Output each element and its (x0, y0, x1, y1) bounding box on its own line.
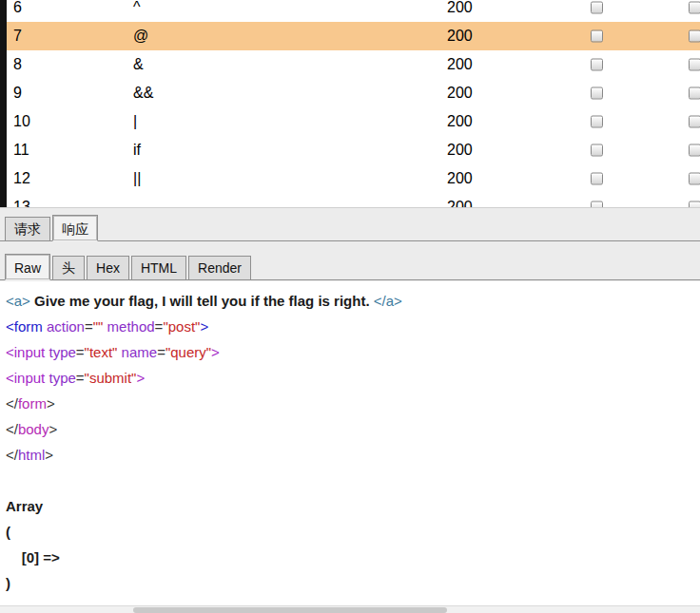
response-line: Array (6, 493, 700, 519)
request-number-cell: 8 (13, 56, 22, 73)
row-checkbox-2[interactable] (689, 87, 700, 100)
code-token: method (107, 318, 155, 335)
payload-cell: || (133, 170, 141, 187)
status-cell: 200 (447, 28, 473, 45)
code-token: Array (6, 498, 43, 514)
response-line (6, 468, 700, 493)
table-row[interactable]: 13200 (0, 193, 700, 207)
code-token: "" (93, 318, 104, 335)
response-line: <input type="submit"> (6, 365, 700, 391)
primary-tab-strip: 请求响应 (0, 208, 700, 241)
row-checkbox-1[interactable] (591, 144, 603, 157)
code-token: <a> (6, 293, 30, 309)
status-cell: 200 (447, 0, 473, 16)
request-number-cell: 12 (13, 170, 30, 187)
response-line: </body> (6, 416, 700, 442)
code-token: = (76, 370, 85, 386)
response-body: <a> Give me your flag, I will tell you i… (0, 281, 700, 605)
row-checkbox-2[interactable] (689, 116, 700, 128)
response-line: ( (6, 519, 700, 545)
view-mode-tab[interactable]: 头 (52, 256, 85, 279)
row-checkbox-2[interactable] (689, 173, 700, 185)
response-line: <a> Give me your flag, I will tell you i… (6, 288, 700, 314)
table-row[interactable]: 11if200 (0, 136, 700, 164)
row-checkbox-1[interactable] (591, 59, 603, 71)
horizontal-scrollbar[interactable] (0, 605, 700, 613)
table-row[interactable]: 6^200 (0, 0, 700, 22)
status-cell: 200 (447, 56, 473, 73)
row-checkbox-2[interactable] (689, 30, 700, 43)
code-token: <input (6, 344, 45, 360)
table-row[interactable]: 12||200 (0, 164, 700, 193)
row-checkbox-1[interactable] (591, 116, 603, 128)
code-token: = (157, 344, 165, 360)
request-number-cell: 9 (13, 85, 22, 102)
code-token: form (18, 395, 47, 412)
response-line: </form> (6, 391, 700, 416)
code-token: <input (6, 370, 45, 386)
row-checkbox-2[interactable] (689, 144, 700, 157)
request-response-tab[interactable]: 请求 (5, 217, 50, 240)
status-cell: 200 (447, 113, 473, 130)
request-number-cell: 6 (13, 0, 22, 16)
code-token: html (18, 447, 45, 463)
request-response-tab[interactable]: 响应 (52, 215, 98, 241)
code-token: </a> (374, 293, 402, 309)
table-row[interactable]: 8&200 (0, 50, 700, 79)
code-token: [0] => (6, 549, 60, 565)
secondary-tab-strip: Raw头HexHTMLRender (0, 244, 700, 280)
code-token: body (18, 421, 49, 437)
view-mode-tab[interactable]: Render (188, 256, 251, 279)
code-token: > (200, 318, 208, 335)
response-line: <input type="text" name="query"> (6, 339, 700, 365)
code-token: "post" (163, 318, 200, 335)
payload-cell: && (133, 85, 153, 102)
code-token: action (47, 318, 85, 335)
view-mode-tab[interactable]: Hex (87, 256, 129, 279)
row-checkbox-2[interactable] (689, 2, 700, 14)
row-checkbox-1[interactable] (591, 87, 603, 100)
request-number-cell: 11 (13, 142, 29, 159)
message-viewer-tabs: 请求响应 Raw头HexHTMLRender (0, 207, 700, 281)
code-token: > (49, 421, 57, 437)
code-token: > (45, 447, 53, 463)
results-rows: 6^2007@2008&2009&&20010|20011if20012||20… (0, 0, 700, 207)
attack-results-table: 6^2007@2008&2009&&20010|20011if20012||20… (0, 0, 700, 207)
code-token: ( (6, 524, 10, 540)
row-checkbox-1[interactable] (591, 2, 603, 14)
status-cell: 200 (447, 170, 473, 187)
code-token: </ (6, 447, 18, 463)
payload-cell: | (133, 113, 137, 130)
code-token: "text" (85, 344, 118, 360)
response-line: </html> (6, 442, 700, 468)
code-token: "submit" (85, 370, 137, 386)
code-token: > (47, 395, 55, 412)
code-token: "query" (165, 344, 211, 360)
status-cell: 200 (447, 142, 473, 159)
code-token: </ (6, 395, 18, 412)
row-checkbox-1[interactable] (591, 173, 603, 185)
code-token: type (49, 344, 75, 360)
row-checkbox-1[interactable] (591, 30, 603, 43)
request-number-cell: 13 (13, 199, 30, 207)
status-cell: 200 (447, 85, 473, 102)
horizontal-scrollbar-thumb[interactable] (133, 607, 447, 613)
code-token: ) (6, 575, 10, 591)
window-edge-strip (0, 0, 7, 207)
table-row[interactable]: 9&&200 (0, 79, 700, 107)
payload-cell: & (133, 56, 144, 73)
request-number-cell: 7 (13, 28, 22, 45)
table-row[interactable]: 7@200 (0, 22, 700, 50)
code-token: = (85, 318, 93, 335)
code-token: = (76, 344, 85, 360)
response-line: <form action="" method="post"> (6, 314, 700, 339)
view-mode-tab[interactable]: HTML (131, 256, 186, 279)
table-row[interactable]: 10|200 (0, 107, 700, 136)
payload-cell: @ (133, 28, 148, 45)
request-number-cell: 10 (13, 113, 30, 130)
payload-cell: ^ (133, 0, 141, 16)
row-checkbox-2[interactable] (689, 59, 700, 71)
payload-cell: if (133, 142, 141, 159)
code-token: name (122, 344, 158, 360)
view-mode-tab[interactable]: Raw (5, 254, 50, 280)
